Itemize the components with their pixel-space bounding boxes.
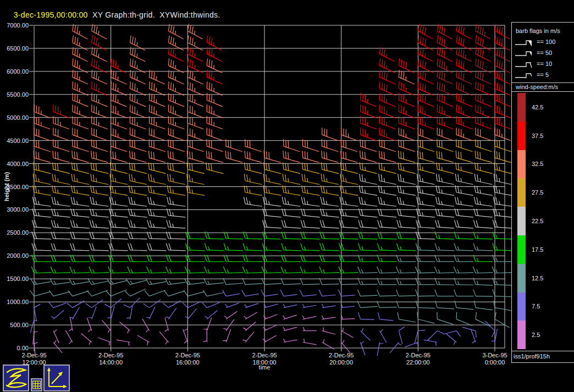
zeb-logo-window-icon[interactable]	[3, 365, 29, 391]
wind-barb	[377, 267, 397, 273]
colorbar-value-label: 27.5	[532, 189, 543, 196]
wind-barb	[130, 116, 146, 129]
wind-barb	[111, 93, 127, 107]
wind-barb	[73, 81, 89, 95]
wind-barb	[168, 162, 185, 173]
wind-barb	[205, 243, 224, 250]
y-axis-title: height (m)	[3, 172, 10, 201]
wind-barb	[380, 116, 396, 129]
wind-barb	[456, 81, 472, 95]
wind-barb	[341, 128, 357, 141]
wind-barb	[204, 278, 224, 285]
wind-barb	[416, 290, 435, 296]
wind-barb	[111, 81, 127, 95]
wind-barb	[51, 267, 70, 273]
wind-barb	[187, 128, 203, 141]
wind-barb	[361, 116, 377, 129]
wind-barb	[379, 151, 396, 163]
wind-barb	[380, 128, 396, 141]
wind-barb	[380, 81, 396, 95]
wind-barb	[302, 151, 319, 163]
wind-barb	[129, 174, 147, 184]
wind-barb	[443, 331, 461, 337]
colorbar-swatch	[517, 321, 526, 349]
wind-barb	[130, 81, 146, 95]
wind-barb	[263, 197, 281, 206]
legend-divider	[511, 362, 574, 363]
wind-barb	[207, 139, 223, 152]
wind-barb	[91, 139, 108, 152]
wind-barb	[207, 93, 223, 107]
wind-barb	[359, 197, 377, 206]
wind-barb	[34, 304, 40, 321]
wind-barb	[380, 93, 396, 107]
wind-barb	[471, 329, 476, 343]
wind-barb	[242, 332, 254, 342]
wind-barb	[150, 116, 165, 129]
wind-barb	[283, 174, 300, 184]
wind-barb	[128, 267, 147, 273]
wind-barb	[320, 243, 339, 250]
zeb-z-glyph	[4, 366, 28, 390]
wind-barb	[417, 174, 435, 184]
y-tick-label: 2500.00	[7, 229, 29, 236]
wind-barb	[72, 151, 89, 163]
wind-barb	[111, 104, 127, 118]
grid-window-icon[interactable]	[31, 378, 42, 391]
wind-barb	[168, 93, 184, 107]
wind-barb	[283, 315, 296, 319]
wind-barb	[34, 116, 50, 129]
wind-barb	[399, 58, 414, 73]
wind-barb	[129, 162, 146, 173]
wind-barb	[111, 116, 127, 129]
wind-barb	[303, 327, 317, 331]
wind-barb	[456, 162, 473, 173]
wind-barb	[130, 93, 146, 107]
wind-barb	[380, 104, 396, 118]
x-tick-time: 0:00:00	[485, 359, 505, 366]
wind-barb	[168, 116, 184, 129]
wind-barb	[92, 24, 107, 39]
wind-barb	[437, 162, 454, 173]
wind-barb	[476, 104, 492, 118]
wind-barb	[322, 139, 338, 152]
wind-barb	[302, 316, 316, 319]
wind-barb	[303, 339, 317, 345]
flag-legend-item: == 100	[515, 36, 573, 47]
x-axis-title: time	[259, 364, 271, 371]
wind-barb	[415, 330, 425, 344]
legend-panel: barb flags in m/s == 100== 50== 10== 5 w…	[511, 22, 574, 363]
wind-barb	[282, 220, 301, 228]
flag-legend-item: == 5	[515, 69, 573, 80]
wind-barb	[361, 93, 377, 107]
wind-barb	[282, 197, 300, 206]
wind-barb	[399, 104, 415, 118]
x-tick-date: 2-Dec-95	[175, 352, 200, 358]
wind-barb	[53, 151, 70, 163]
wind-barb	[130, 128, 146, 141]
wind-barb	[473, 267, 493, 273]
xy-graph-window-icon[interactable]	[43, 365, 70, 391]
wind-barb	[321, 162, 338, 173]
x-tick-date: 2-Dec-95	[406, 352, 430, 358]
wind-barb	[378, 197, 396, 206]
wind-barb	[322, 151, 339, 163]
wind-barb	[378, 220, 397, 228]
wind-barb	[165, 317, 169, 331]
legend-divider	[511, 22, 574, 23]
wind-barb	[340, 174, 358, 184]
wind-barb	[119, 322, 130, 333]
wind-barb	[476, 116, 492, 129]
colorbar-swatch	[517, 178, 526, 207]
wind-barb	[399, 116, 415, 129]
wind-barb	[456, 312, 472, 326]
wind-barb	[263, 325, 277, 331]
y-tick-label: 2000.00	[7, 252, 29, 259]
wind-barb	[168, 24, 183, 39]
y-tick-label: 7000.00	[7, 22, 29, 29]
wind-speed-colorbar: 42.537.532.527.522.517.512.57.52.5	[517, 93, 543, 349]
x-tick-date: 2-Dec-95	[21, 352, 46, 358]
wind-barb	[361, 128, 377, 141]
wind-barb	[148, 162, 165, 173]
wind-barb	[437, 312, 454, 325]
